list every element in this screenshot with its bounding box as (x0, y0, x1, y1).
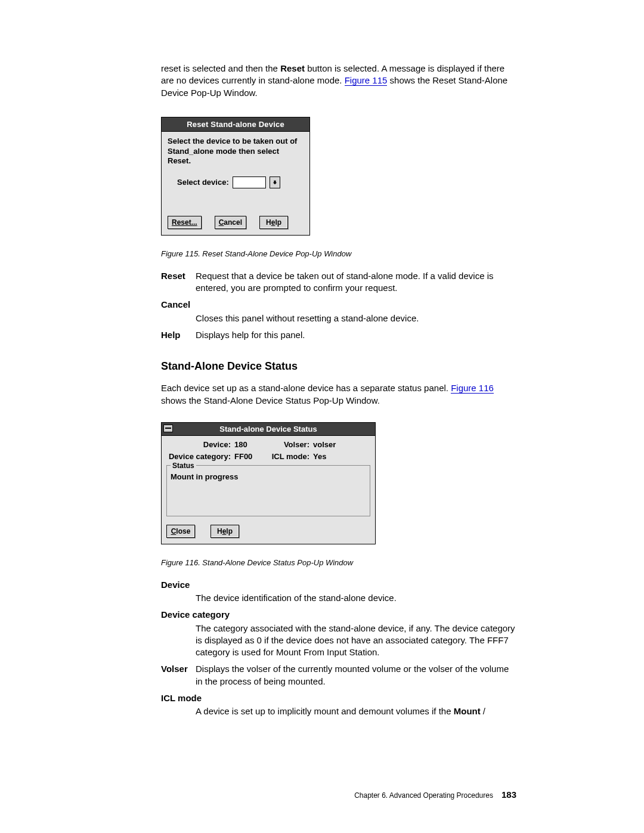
device-category-value: FF00 (234, 451, 261, 462)
device-category-label: Device category: (166, 451, 231, 462)
select-device-input[interactable] (233, 176, 266, 188)
icl-mode-label: ICL mode: (264, 451, 309, 462)
dialog-titlebar: Stand-alone Device Status (162, 423, 375, 436)
figure-115-caption: Figure 115. Reset Stand-Alone Device Pop… (161, 249, 516, 259)
chevron-down-icon (273, 177, 277, 188)
volser-label: Volser: (264, 439, 309, 450)
close-button[interactable]: Close (166, 525, 195, 538)
help-button[interactable]: Help (259, 216, 288, 229)
status-fieldset: Status Mount in progress (166, 465, 370, 516)
def-desc-volser: Displays the volser of the currently mou… (196, 663, 516, 688)
def-desc-reset: Request that a device be taken out of st… (196, 270, 516, 295)
def-term-help: Help (161, 329, 196, 341)
system-menu-icon[interactable] (163, 425, 173, 432)
text: shows the Stand-Alone Device Status Pop-… (161, 395, 380, 405)
def-desc-device-category: The category associated with the stand-a… (161, 623, 516, 659)
page-footer: Chapter 6. Advanced Operating Procedures… (354, 789, 516, 801)
status-text: Mount in progress (171, 468, 366, 482)
status-legend: Status (171, 461, 196, 470)
def-term-cancel: Cancel (161, 299, 516, 311)
figure-116-link[interactable]: Figure 116 (451, 383, 494, 394)
cancel-button[interactable]: Cancel (215, 216, 246, 229)
def-term-icl-mode: ICL mode (161, 692, 516, 704)
def-desc-device: The device identification of the stand-a… (161, 592, 516, 604)
dialog-titlebar: Reset Stand-alone Device (162, 117, 309, 132)
chapter-label: Chapter 6. Advanced Operating Procedures (354, 791, 493, 800)
intro-paragraph: reset is selected and then the Reset but… (161, 63, 516, 99)
page-number: 183 (501, 789, 516, 801)
select-device-label: Select device: (177, 177, 229, 188)
standalone-device-status-dialog: Stand-alone Device Status Device: 180 Vo… (161, 422, 376, 544)
def-term-volser: Volser (161, 663, 196, 688)
def-desc-help: Displays help for this panel. (196, 329, 516, 341)
def-desc-cancel: Closes this panel without resetting a st… (161, 312, 516, 324)
text-bold: Reset (280, 63, 305, 73)
def-term-device-category: Device category (161, 609, 516, 621)
icl-mode-value: Yes (313, 451, 343, 462)
reset-standalone-device-dialog: Reset Stand-alone Device Select the devi… (161, 117, 310, 236)
figure-115-link[interactable]: Figure 115 (345, 75, 388, 86)
figure-116-caption: Figure 116. Stand-Alone Device Status Po… (161, 558, 516, 568)
help-button[interactable]: Help (210, 525, 239, 538)
def-term-device: Device (161, 579, 516, 591)
reset-button[interactable]: Reset... (168, 216, 202, 229)
volser-value: volser (313, 439, 343, 450)
def-desc-icl-mode: A device is set up to implicitly mount a… (161, 705, 516, 717)
text: reset is selected and then the (161, 63, 280, 73)
select-device-dropdown-button[interactable] (270, 176, 280, 188)
section-paragraph: Each device set up as a stand-alone devi… (161, 382, 516, 407)
def-term-reset: Reset (161, 270, 196, 295)
text: Each device set up as a stand-alone devi… (161, 383, 451, 393)
device-value: 180 (234, 439, 261, 450)
device-label: Device: (166, 439, 231, 450)
dialog-instruction: Select the device to be taken out of Sta… (168, 137, 304, 166)
section-heading: Stand-Alone Device Status (161, 359, 516, 373)
